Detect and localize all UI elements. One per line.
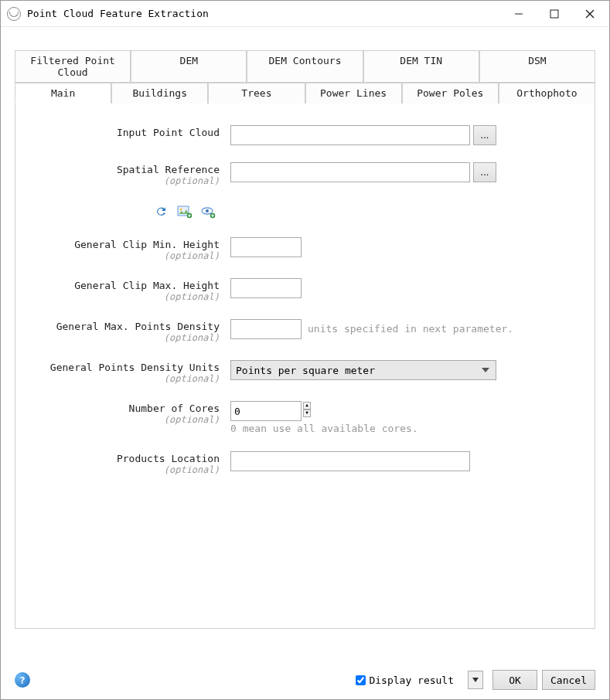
- label-optional: (optional): [29, 332, 220, 343]
- tab-dem-contours[interactable]: DEM Contours: [247, 50, 363, 83]
- row-spatial-reference: Spatial Reference (optional) ...: [29, 162, 581, 186]
- browse-input-point-cloud-button[interactable]: ...: [473, 125, 496, 145]
- tab-dem-tin[interactable]: DEM TIN: [363, 50, 479, 83]
- row-cores: Number of Cores (optional) ▲ ▼ 0 mean us…: [29, 401, 581, 434]
- products-location-field[interactable]: [230, 451, 470, 471]
- density-units-selected: Points per square meter: [236, 365, 375, 376]
- tab-filtered-point-cloud[interactable]: Filtered Point Cloud: [15, 50, 131, 83]
- cores-spinner: ▲ ▼: [230, 401, 311, 421]
- input-point-cloud-field[interactable]: [230, 125, 470, 145]
- label-products-location: Products Location: [29, 453, 220, 464]
- add-image-icon[interactable]: [176, 203, 193, 220]
- tab-main[interactable]: Main: [15, 83, 111, 104]
- density-units-dropdown[interactable]: Points per square meter: [230, 360, 496, 380]
- minimize-button[interactable]: [501, 2, 537, 25]
- main-panel: Input Point Cloud ... Spatial Reference …: [15, 104, 595, 629]
- label-clip-min: General Clip Min. Height: [29, 239, 220, 250]
- tab-row-upper: Filtered Point Cloud DEM DEM Contours DE…: [15, 50, 595, 83]
- browse-spatial-reference-button[interactable]: ...: [473, 162, 496, 182]
- ok-dropdown-toggle[interactable]: [468, 671, 483, 689]
- max-density-field[interactable]: [230, 319, 302, 339]
- clip-min-field[interactable]: [230, 237, 302, 257]
- label-clip-max: General Clip Max. Height: [29, 280, 220, 291]
- label-optional: (optional): [29, 373, 220, 384]
- row-products-location: Products Location (optional): [29, 451, 581, 475]
- maximize-button[interactable]: [537, 2, 572, 25]
- close-button[interactable]: [572, 2, 608, 25]
- label-max-density: General Max. Points Density: [29, 321, 220, 332]
- dialog-footer: ? Display result OK Cancel: [1, 661, 609, 699]
- spatial-reference-field[interactable]: [230, 162, 470, 182]
- label-optional: (optional): [29, 175, 220, 186]
- tab-buildings[interactable]: Buildings: [111, 83, 208, 104]
- display-result-label: Display result: [369, 675, 454, 686]
- row-max-density: General Max. Points Density (optional) u…: [29, 319, 581, 343]
- max-density-hint: units specified in next parameter.: [308, 319, 513, 339]
- svg-rect-1: [550, 10, 558, 18]
- row-density-units: General Points Density Units (optional) …: [29, 360, 581, 384]
- row-input-point-cloud: Input Point Cloud ...: [29, 125, 581, 145]
- dialog-window: Point Cloud Feature Extraction Filtered …: [0, 0, 610, 700]
- row-toolbar-icons: [29, 203, 581, 220]
- clip-max-field[interactable]: [230, 278, 302, 298]
- cores-spin-down[interactable]: ▼: [303, 409, 311, 417]
- ok-button[interactable]: OK: [492, 670, 537, 690]
- refresh-icon[interactable]: [153, 203, 170, 220]
- tab-dem[interactable]: DEM: [131, 50, 247, 83]
- window-title: Point Cloud Feature Extraction: [27, 8, 501, 19]
- cores-field[interactable]: [230, 401, 302, 421]
- svg-point-8: [206, 209, 209, 212]
- label-optional: (optional): [29, 291, 220, 302]
- cores-hint: 0 mean use all available cores.: [230, 423, 581, 434]
- titlebar: Point Cloud Feature Extraction: [1, 1, 609, 27]
- label-density-units: General Points Density Units: [29, 362, 220, 373]
- label-optional: (optional): [29, 250, 220, 261]
- help-icon[interactable]: ?: [15, 672, 30, 688]
- row-clip-min: General Clip Min. Height (optional): [29, 237, 581, 261]
- label-input-point-cloud: Input Point Cloud: [29, 127, 220, 138]
- svg-point-5: [180, 209, 182, 211]
- cores-spin-up[interactable]: ▲: [303, 402, 311, 409]
- label-optional: (optional): [29, 414, 220, 425]
- tab-power-poles[interactable]: Power Poles: [402, 83, 499, 104]
- preview-eye-icon[interactable]: [199, 203, 216, 220]
- display-result-checkbox[interactable]: [356, 675, 366, 685]
- label-cores: Number of Cores: [29, 403, 220, 414]
- tab-power-lines[interactable]: Power Lines: [305, 83, 402, 104]
- tab-row-lower: Main Buildings Trees Power Lines Power P…: [15, 83, 595, 104]
- label-spatial-reference: Spatial Reference: [29, 164, 220, 175]
- app-icon: [7, 7, 21, 21]
- tab-orthophoto[interactable]: Orthophoto: [499, 83, 595, 104]
- tab-dsm[interactable]: DSM: [479, 50, 595, 83]
- cancel-button[interactable]: Cancel: [542, 670, 595, 690]
- row-clip-max: General Clip Max. Height (optional): [29, 278, 581, 302]
- tab-trees[interactable]: Trees: [208, 83, 305, 104]
- label-optional: (optional): [29, 464, 220, 475]
- tabs-container: Filtered Point Cloud DEM DEM Contours DE…: [15, 50, 595, 629]
